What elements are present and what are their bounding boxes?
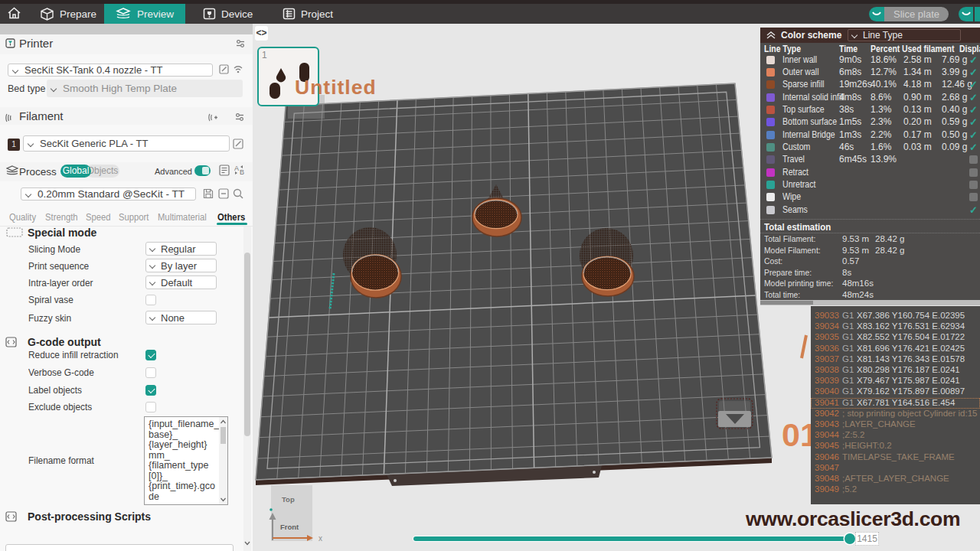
svg-text:B: B	[240, 168, 244, 176]
svg-text:x: x	[318, 534, 322, 543]
svg-text:A: A	[234, 165, 239, 172]
